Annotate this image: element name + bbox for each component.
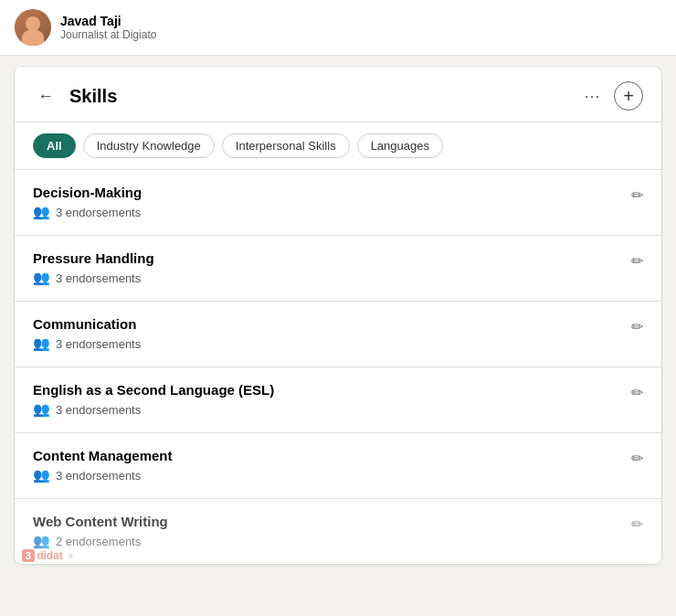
- skill-item: Content Management 👥 3 endorsements ✏: [15, 433, 661, 499]
- endorsement-icon: 👥: [33, 335, 50, 352]
- back-button[interactable]: ←: [33, 83, 58, 109]
- add-skill-button[interactable]: +: [614, 81, 643, 111]
- more-options-button[interactable]: ⋯: [577, 81, 607, 111]
- app-container: Javad Taji Journalist at Digiato ← Skill…: [0, 0, 676, 616]
- endorsement-count: 3 endorsements: [56, 337, 141, 351]
- filter-tab-languages-label: Languages: [371, 139, 429, 153]
- filter-tab-interpersonal-label: Interpersonal Skills: [236, 139, 336, 153]
- skill-name: Pressure Handling: [33, 250, 154, 266]
- skill-item: English as a Second Language (ESL) 👥 3 e…: [15, 367, 661, 433]
- skills-list: Decision-Making 👥 3 endorsements ✏ Press…: [15, 170, 661, 564]
- endorsement-count: 3 endorsements: [56, 403, 141, 417]
- filter-tab-all[interactable]: All: [33, 133, 76, 158]
- filter-tabs: All Industry Knowledge Interpersonal Ski…: [15, 122, 661, 170]
- skill-info: English as a Second Language (ESL) 👥 3 e…: [33, 382, 274, 418]
- skill-endorsements: 👥 3 endorsements: [33, 335, 141, 352]
- edit-skill-icon[interactable]: ✏: [631, 450, 643, 467]
- endorsement-icon: 👥: [33, 533, 50, 549]
- profile-title: Journalist at Digiato: [60, 28, 156, 41]
- filter-tab-industry[interactable]: Industry Knowledge: [83, 133, 215, 158]
- profile-bar: Javad Taji Journalist at Digiato: [0, 0, 676, 56]
- skill-endorsements: 👥 3 endorsements: [33, 270, 154, 286]
- endorsement-count: 3 endorsements: [56, 271, 141, 285]
- card-header: ← Skills ⋯ +: [15, 67, 661, 122]
- endorsement-icon: 👥: [33, 270, 50, 286]
- skill-info: Content Management 👥 3 endorsements: [33, 448, 173, 483]
- skills-card: ← Skills ⋯ + All Industry Knowledge: [15, 67, 661, 564]
- skill-endorsements: 👥 3 endorsements: [33, 204, 142, 220]
- edit-skill-icon[interactable]: ✏: [631, 318, 643, 335]
- endorsement-icon: 👥: [33, 204, 50, 220]
- skill-name: Decision-Making: [33, 185, 142, 200]
- skill-endorsements: 👥 2 endorsements: [33, 533, 168, 549]
- filter-tab-interpersonal[interactable]: Interpersonal Skills: [222, 133, 350, 158]
- edit-skill-icon[interactable]: ✏: [631, 384, 643, 401]
- skill-item: Pressure Handling 👥 3 endorsements ✏: [15, 236, 661, 302]
- endorsement-count: 3 endorsements: [56, 469, 141, 483]
- skill-item: Web Content Writing 👥 2 endorsements ✏ 3…: [15, 499, 661, 564]
- profile-name: Javad Taji: [60, 14, 156, 28]
- skill-item: Communication 👥 3 endorsements ✏: [15, 302, 661, 367]
- card-header-left: ← Skills: [33, 83, 117, 109]
- digiato-watermark: 3 didat .ir: [22, 549, 73, 562]
- skill-info: Pressure Handling 👥 3 endorsements: [33, 250, 154, 286]
- filter-tab-all-label: All: [47, 139, 62, 153]
- endorsement-icon: 👥: [33, 467, 50, 483]
- profile-info: Javad Taji Journalist at Digiato: [60, 14, 156, 41]
- skill-name: Web Content Writing: [33, 514, 168, 529]
- filter-tab-industry-label: Industry Knowledge: [97, 139, 201, 153]
- edit-skill-icon[interactable]: ✏: [631, 252, 643, 270]
- endorsement-count: 2 endorsements: [56, 535, 141, 548]
- edit-skill-icon[interactable]: ✏: [631, 515, 643, 533]
- skill-info: Communication 👥 3 endorsements: [33, 316, 141, 352]
- plus-icon: +: [623, 86, 634, 107]
- skill-endorsements: 👥 3 endorsements: [33, 467, 173, 483]
- avatar: [15, 9, 51, 46]
- endorsement-count: 3 endorsements: [56, 206, 141, 219]
- skill-info: Web Content Writing 👥 2 endorsements: [33, 514, 168, 549]
- skill-item: Decision-Making 👥 3 endorsements ✏: [15, 170, 661, 236]
- endorsement-icon: 👥: [33, 401, 50, 418]
- skill-endorsements: 👥 3 endorsements: [33, 401, 274, 418]
- skill-info: Decision-Making 👥 3 endorsements: [33, 185, 142, 220]
- page-title: Skills: [69, 86, 117, 107]
- skill-name: Communication: [33, 316, 141, 332]
- more-icon: ⋯: [584, 86, 600, 106]
- back-icon: ←: [37, 87, 54, 106]
- skill-name: Content Management: [33, 448, 173, 463]
- card-header-right: ⋯ +: [577, 81, 643, 111]
- edit-skill-icon[interactable]: ✏: [631, 186, 643, 204]
- skill-name: English as a Second Language (ESL): [33, 382, 274, 398]
- filter-tab-languages[interactable]: Languages: [357, 133, 443, 158]
